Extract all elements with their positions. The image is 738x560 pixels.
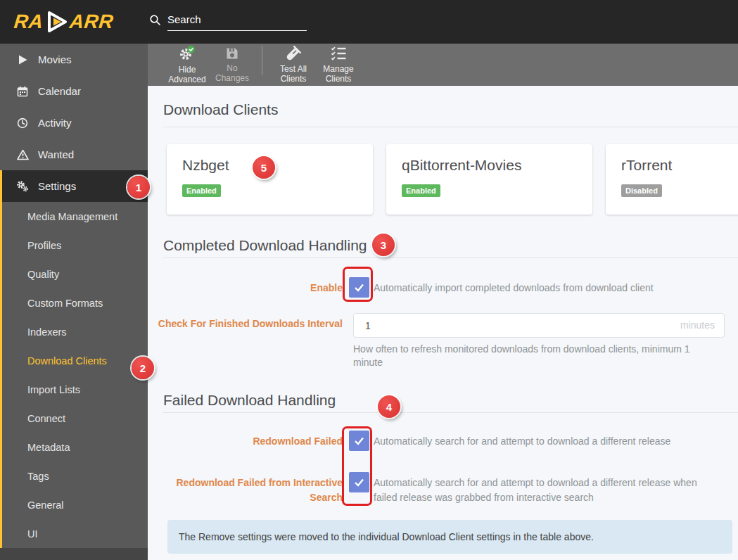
sidebar-item-label: Calendar — [38, 85, 81, 97]
redownload-failed-row: Redownload Failed Automatically search f… — [148, 431, 738, 451]
settings-group: Settings Media Management Profiles Quali… — [0, 170, 148, 548]
test-all-clients-button[interactable]: Test All Clients — [272, 46, 314, 84]
sidebar-item-profiles[interactable]: Profiles — [2, 231, 148, 260]
sidebar: Movies Calendar — [0, 44, 148, 560]
sidebar-item-settings[interactable]: Settings — [2, 170, 148, 202]
download-client-cards: Nzbget Enabled qBittorrent-Movies Enable… — [167, 144, 738, 215]
sub-item-label: Connect — [27, 413, 65, 424]
tool-btn-label: No Changes — [211, 63, 253, 83]
interval-row: Check For Finished Downloads Interval mi… — [148, 313, 738, 369]
hide-advanced-button[interactable]: Hide Advanced — [166, 45, 208, 84]
gears-icon — [16, 180, 29, 192]
interval-help-text: How often to refresh monitored downloads… — [353, 343, 708, 369]
sub-item-label: Media Management — [27, 211, 117, 222]
info-message-text: The Remove settings were moved to the in… — [179, 531, 594, 542]
sub-item-label: Indexers — [27, 326, 67, 338]
sidebar-item-connect[interactable]: Connect — [2, 404, 148, 433]
sub-item-label: Custom Formats — [27, 298, 103, 309]
completed-download-handling-heading: Completed Download Handling — [163, 237, 738, 258]
redownload-failed-checkbox[interactable] — [349, 431, 369, 451]
enable-help-text: Automatically import completed downloads… — [374, 277, 654, 295]
search-bar[interactable]: Search — [149, 13, 307, 31]
sub-item-label: Import Lists — [27, 384, 80, 395]
sidebar-item-label: Activity — [38, 117, 72, 129]
sub-item-label: UI — [27, 528, 38, 540]
sidebar-item-wanted[interactable]: Wanted — [0, 139, 148, 170]
clock-icon — [16, 117, 29, 129]
enable-row: Enable Automatically import completed do… — [148, 277, 738, 298]
logo-text-right: ARR — [69, 11, 115, 33]
sidebar-item-system-partial — [0, 548, 148, 560]
redownload-failed-help-text: Automatically search for and attempt to … — [374, 431, 670, 449]
interval-unit: minutes — [680, 319, 715, 331]
sidebar-item-tags[interactable]: Tags — [2, 462, 148, 490]
radarr-app: RA ARR Search — [0, 0, 738, 560]
sidebar-item-custom-formats[interactable]: Custom Formats — [2, 288, 148, 317]
client-name: qBittorrent-Movies — [402, 157, 577, 174]
client-card-qbittorrent-movies[interactable]: qBittorrent-Movies Enabled — [386, 144, 592, 215]
top-header: RA ARR Search — [0, 0, 738, 44]
sidebar-item-ui[interactable]: UI — [2, 519, 148, 548]
sidebar-item-download-clients[interactable]: Download Clients — [2, 346, 148, 375]
search-icon — [149, 14, 161, 26]
redownload-interactive-label: Redownload Failed from Interactive Searc… — [148, 472, 343, 505]
failed-download-handling-heading: Failed Download Handling — [163, 392, 738, 413]
sub-item-label: General — [27, 499, 64, 511]
status-badge: Enabled — [402, 184, 440, 197]
logo-text-left: RA — [13, 11, 44, 33]
sidebar-item-calendar[interactable]: Calendar — [0, 75, 148, 107]
sub-item-label: Profiles — [27, 240, 61, 251]
play-icon — [16, 54, 29, 65]
redownload-failed-label: Redownload Failed — [148, 431, 343, 449]
info-message: The Remove settings were moved to the in… — [167, 520, 732, 554]
redownload-interactive-checkbox[interactable] — [349, 472, 369, 492]
status-badge: Disabled — [621, 184, 662, 197]
sidebar-item-activity[interactable]: Activity — [0, 107, 148, 139]
sidebar-item-label: Wanted — [38, 148, 74, 160]
sidebar-item-metadata[interactable]: Metadata — [2, 433, 148, 462]
status-badge: Enabled — [182, 184, 221, 197]
settings-page: Download Clients Nzbget Enabled qBittorr… — [148, 86, 738, 560]
sidebar-item-label: Settings — [38, 180, 76, 192]
sidebar-item-general[interactable]: General — [2, 490, 148, 519]
sidebar-item-movies[interactable]: Movies — [0, 44, 148, 75]
tool-btn-label: Hide Advanced — [166, 65, 208, 84]
radarr-logo[interactable]: RA ARR — [0, 9, 148, 34]
sub-item-label: Quality — [27, 269, 59, 280]
sub-item-label: Metadata — [27, 442, 70, 453]
calendar-icon — [16, 86, 29, 97]
sidebar-item-media-management[interactable]: Media Management — [2, 202, 148, 231]
warning-icon — [16, 149, 29, 160]
client-name: rTorrent — [621, 157, 738, 174]
interval-label: Check For Finished Downloads Interval — [148, 313, 343, 331]
sidebar-item-quality[interactable]: Quality — [2, 260, 148, 288]
sub-item-label: Tags — [27, 471, 49, 482]
interval-input[interactable] — [353, 313, 725, 338]
search-input[interactable]: Search — [167, 13, 307, 31]
list-check-icon — [331, 46, 347, 61]
sub-item-label: Download Clients — [27, 355, 107, 367]
sidebar-item-indexers[interactable]: Indexers — [2, 317, 148, 346]
enable-label: Enable — [148, 277, 343, 295]
page-title: Download Clients — [163, 101, 738, 118]
toolbar-divider — [262, 46, 262, 75]
no-changes-button[interactable]: No Changes — [211, 46, 253, 83]
play-logo-icon — [44, 9, 69, 34]
advanced-settings-icon — [179, 45, 196, 62]
tool-btn-label: Test All Clients — [272, 64, 314, 84]
sidebar-item-import-lists[interactable]: Import Lists — [2, 375, 148, 404]
save-icon — [225, 46, 239, 61]
sidebar-item-label: Movies — [38, 53, 72, 65]
client-card-nzbget[interactable]: Nzbget Enabled — [167, 144, 373, 215]
client-name: Nzbget — [182, 157, 357, 174]
enable-checkbox[interactable] — [349, 277, 369, 298]
client-card-rtorrent[interactable]: rTorrent Disabled — [606, 144, 738, 215]
page-toolbar: Hide Advanced No Changes — [148, 44, 738, 86]
redownload-interactive-help-text: Automatically search for and attempt to … — [374, 472, 704, 505]
test-tube-icon — [286, 46, 301, 61]
redownload-interactive-row: Redownload Failed from Interactive Searc… — [148, 472, 738, 505]
tool-btn-label: Manage Clients — [317, 64, 360, 84]
manage-clients-button[interactable]: Manage Clients — [317, 46, 360, 84]
